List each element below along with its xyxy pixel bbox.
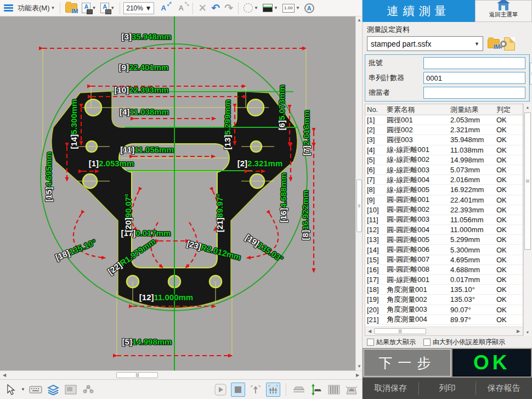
- next-step-button[interactable]: 下一步: [364, 349, 451, 376]
- scrollbar-thumb[interactable]: [524, 113, 531, 250]
- fit-view-button[interactable]: [248, 383, 263, 397]
- checkbox-icon[interactable]: [423, 339, 431, 346]
- table-row[interactable]: [18]角度測量001135.10°OK: [365, 285, 523, 295]
- ok-status-button[interactable]: OK: [452, 349, 531, 376]
- table-row[interactable]: [13]圓-圓距離0055.299mmOK: [365, 235, 523, 245]
- search-file-icon[interactable]: [504, 37, 515, 50]
- table-row[interactable]: [10]圓-圓距離00222.393mmOK: [365, 205, 523, 215]
- annotation-value: 22.401mm: [129, 63, 169, 72]
- scrollbar-thumb[interactable]: [374, 328, 426, 334]
- settings-file-select[interactable]: stamped part.ssfx ▼: [367, 36, 483, 51]
- table-row[interactable]: [16]圓-圓距離0084.688mmOK: [365, 265, 523, 275]
- table-row[interactable]: [6]線-線距離0035.073mmOK: [365, 165, 523, 175]
- annotation-id: [12]: [139, 293, 154, 302]
- action-buttons: 下一步 OK: [363, 348, 532, 378]
- auto-edge-button[interactable]: A: [303, 2, 316, 14]
- viewer-vertical-scrollbar[interactable]: ▲ ▼: [355, 16, 362, 370]
- table-row[interactable]: [3]圓徑00335.948mmOK: [365, 135, 523, 145]
- col-judge: 判定: [495, 105, 519, 115]
- blinds-view-button[interactable]: [327, 383, 341, 397]
- row-result: 35.948mm: [449, 136, 495, 144]
- main-menu-button[interactable]: [2, 2, 15, 14]
- zoom-level-select[interactable]: 210% ▼: [123, 2, 154, 14]
- field-input[interactable]: [423, 87, 525, 99]
- scroll-up-arrow[interactable]: ▲: [524, 104, 531, 111]
- field-label: 串列計數器: [369, 73, 423, 83]
- table-row[interactable]: [8]線-線距離00516.922mmOK: [365, 185, 523, 195]
- width-measure-button[interactable]: [292, 383, 306, 397]
- annotation-id: [3]: [122, 32, 132, 41]
- bottom-toolbar: ▼: [0, 379, 362, 399]
- scroll-left-arrow[interactable]: ◀: [366, 328, 373, 335]
- cursor-tool-button[interactable]: [3, 383, 18, 397]
- table-row[interactable]: [21]角度測量00489.97°OK: [365, 315, 523, 325]
- scroll-right-arrow[interactable]: ▶: [354, 372, 361, 379]
- menu-dropdown[interactable]: 功能表(M) ▼: [16, 2, 56, 14]
- row-judge: OK: [495, 146, 519, 154]
- height-measure-button[interactable]: [309, 383, 324, 397]
- footer-button-3[interactable]: 保存報告: [476, 383, 532, 394]
- table-row[interactable]: [2]圓徑0022.321mmOK: [365, 125, 523, 135]
- scrollbar-thumb[interactable]: [356, 179, 362, 232]
- table-row[interactable]: [17]圓-線距離0010.017mmOK: [365, 275, 523, 285]
- checkbox-icon[interactable]: [367, 339, 374, 346]
- multi-view-button[interactable]: [266, 383, 280, 397]
- footer-button-2[interactable]: 列印: [419, 383, 475, 394]
- line-width-button[interactable]: 1.00 ▼: [281, 3, 302, 14]
- scroll-up-arrow[interactable]: ▲: [529, 55, 532, 62]
- footer-button-1[interactable]: 取消保存: [363, 383, 418, 394]
- table-row[interactable]: [9]圓-圓距離00122.401mmOK: [365, 195, 523, 205]
- scroll-down-arrow[interactable]: ▼: [529, 94, 532, 101]
- table-row[interactable]: [15]圓-圓距離0074.695mmOK: [365, 255, 523, 265]
- undo-button[interactable]: ↶: [210, 1, 222, 15]
- redo-button[interactable]: ↷: [223, 1, 235, 15]
- table-row[interactable]: [1]圓徑0012.053mmOK: [365, 115, 523, 125]
- fields-scrollbar[interactable]: ▲ ▼: [529, 55, 529, 101]
- save-result-button[interactable]: A ▼: [80, 2, 98, 14]
- stop-button[interactable]: [231, 383, 245, 397]
- scrollbar-thumb[interactable]: [116, 372, 158, 378]
- field-input[interactable]: [423, 57, 525, 69]
- scroll-up-arrow[interactable]: ▲: [356, 16, 363, 24]
- scroll-left-arrow[interactable]: ◀: [1, 372, 8, 379]
- table-row[interactable]: [14]圓-圓距離0065.300mmOK: [365, 245, 523, 255]
- row-no: [9]: [365, 196, 385, 204]
- display-mode-button[interactable]: ▼: [261, 3, 280, 13]
- scroll-down-arrow[interactable]: ▼: [356, 363, 363, 370]
- row-name: 圓-圓距離002: [385, 205, 449, 215]
- region-tool-button[interactable]: ▼: [242, 2, 260, 14]
- viewer-horizontal-scrollbar[interactable]: ◀ ▶: [0, 370, 362, 379]
- table-vertical-scrollbar[interactable]: ▲ ▼: [523, 104, 532, 336]
- scroll-right-arrow[interactable]: ▶: [514, 328, 522, 335]
- layers-button[interactable]: [46, 383, 60, 397]
- table-row[interactable]: [7]線-線距離0042.016mmOK: [365, 175, 523, 185]
- im-folder-icon[interactable]: IM: [488, 39, 500, 48]
- field-input[interactable]: [423, 72, 525, 84]
- option-checkbox[interactable]: 結果放大顯示: [367, 338, 416, 347]
- table-row[interactable]: [11]圓-圓距離00311.056mmOK: [365, 215, 523, 225]
- scroll-down-arrow[interactable]: ▼: [524, 329, 531, 336]
- play-button[interactable]: [213, 383, 228, 397]
- table-row[interactable]: [12]圓-圓距離00411.000mmOK: [365, 225, 523, 235]
- image-overlay-button[interactable]: [64, 383, 78, 397]
- lamp-button[interactable]: [344, 383, 359, 397]
- table-row[interactable]: [20]角度測量00390.07°OK: [365, 305, 523, 315]
- table-horizontal-scrollbar[interactable]: ◀ ▶: [365, 327, 523, 335]
- zoom-in-button[interactable]: A⤢: [155, 3, 172, 13]
- annotation-id: [7]: [302, 145, 311, 155]
- im-folder-button[interactable]: IM: [64, 2, 79, 14]
- scrollbar-thumb[interactable]: [530, 63, 532, 85]
- row-judge: OK: [495, 166, 519, 174]
- table-row[interactable]: [19]角度測量002135.03°OK: [365, 295, 523, 305]
- table-row[interactable]: [4]線-線距離00111.038mmOK: [365, 145, 523, 155]
- zoom-out-button[interactable]: A⤡: [173, 3, 189, 13]
- table-row[interactable]: [5]線-線距離00214.998mmOK: [365, 155, 523, 165]
- pattern-tool-button[interactable]: [81, 383, 95, 397]
- keyboard-button[interactable]: [29, 383, 43, 397]
- settings-file-value: stamped part.ssfx: [371, 40, 432, 48]
- delete-button[interactable]: ✕: [196, 1, 208, 15]
- print-result-button[interactable]: A ▼: [99, 2, 116, 14]
- option-checkbox[interactable]: 由大到小依誤差順序顯示: [423, 338, 505, 347]
- back-to-main-menu-button[interactable]: 返回主選單: [475, 0, 532, 22]
- measurement-image[interactable]: [3]35.948mm[9]22.401mm[10]22.393mm[4]11.…: [0, 16, 355, 370]
